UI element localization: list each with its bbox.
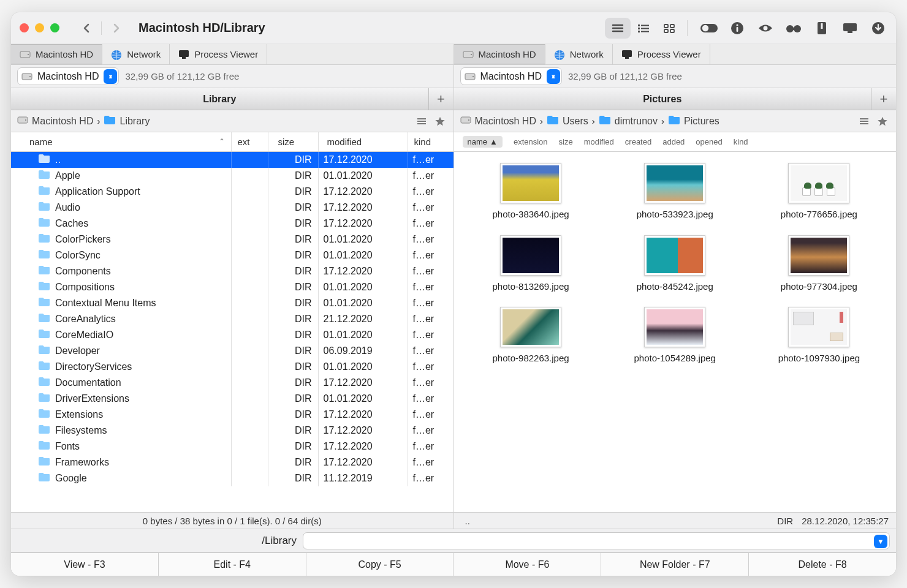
sort-col-size[interactable]: size <box>559 137 573 146</box>
file-row[interactable]: Apple DIR 01.01.2020 f…er <box>11 168 454 184</box>
col-name[interactable]: name⌃ <box>11 132 232 151</box>
file-row[interactable]: Documentation DIR 17.12.2020 f…er <box>11 375 454 391</box>
view-list-button[interactable] <box>605 18 631 39</box>
nav-back-button[interactable] <box>75 18 97 39</box>
sort-col-opened[interactable]: opened <box>696 137 722 146</box>
file-row[interactable]: Application Support DIR 17.12.2020 f…er <box>11 184 454 200</box>
thumbnail-item[interactable]: photo-813269.jpeg <box>459 235 603 293</box>
file-row[interactable]: Extensions DIR 17.12.2020 f…er <box>11 407 454 423</box>
info-button[interactable] <box>728 19 746 37</box>
breadcrumb-item[interactable]: Macintosh HD <box>460 115 536 127</box>
sort-col-modified[interactable]: modified <box>584 137 614 146</box>
preview-button[interactable] <box>756 19 775 37</box>
breadcrumb-item[interactable]: Library <box>104 115 150 127</box>
breadcrumb-item[interactable]: Macintosh HD <box>17 115 93 127</box>
edit-button[interactable]: Edit - F4 <box>159 553 306 576</box>
zoom-button[interactable] <box>50 23 59 32</box>
file-row[interactable]: Google DIR 11.12.2019 f…er <box>11 470 454 486</box>
file-row[interactable]: CoreAnalytics DIR 21.12.2020 f…er <box>11 311 454 327</box>
sort-col-name[interactable]: name▲ <box>463 136 503 148</box>
thumbnail-item[interactable]: photo-982263.jpeg <box>459 307 603 364</box>
thumbnail <box>500 163 561 203</box>
path-input[interactable]: ▼ <box>303 532 890 549</box>
file-row[interactable]: DriverExtensions DIR 01.01.2020 f…er <box>11 391 454 407</box>
file-row[interactable]: ColorSync DIR 01.01.2020 f…er <box>11 247 454 263</box>
copy-button[interactable]: Copy - F5 <box>306 553 454 576</box>
left-new-tab-button[interactable]: + <box>429 88 454 110</box>
right-folder-title[interactable]: Pictures <box>454 88 872 110</box>
window-title: Macintosh HD/Library <box>139 21 265 35</box>
left-volume-selector[interactable]: Macintosh HD ▲▼ <box>17 67 119 85</box>
col-size[interactable]: size <box>268 132 319 151</box>
pane-tab[interactable]: Process Viewer <box>613 44 710 64</box>
right-status-time: 28.12.2020, 12:35:27 <box>802 516 889 526</box>
view-button[interactable]: View - F3 <box>11 553 159 576</box>
file-row[interactable]: Filesystems DIR 17.12.2020 f…er <box>11 423 454 439</box>
archive-button[interactable] <box>813 19 831 37</box>
file-row[interactable]: Components DIR 17.12.2020 f…er <box>11 263 454 279</box>
pane-tab[interactable]: Process Viewer <box>170 44 267 64</box>
favorite-icon[interactable] <box>875 114 890 129</box>
path-history-button[interactable]: ▼ <box>874 535 887 548</box>
pane-tab[interactable]: Network <box>102 44 170 64</box>
right-new-tab-button[interactable]: + <box>871 88 896 110</box>
thumbnail-item[interactable]: photo-776656.jpeg <box>747 163 891 221</box>
folder-icon <box>38 233 50 246</box>
right-volume-selector[interactable]: Macintosh HD ▲▼ <box>460 67 562 85</box>
thumbnail-item[interactable]: photo-845242.jpeg <box>603 235 747 293</box>
file-modified: 17.12.2020 <box>319 200 408 216</box>
file-name: DirectoryServices <box>55 361 132 372</box>
file-row[interactable]: Contextual Menu Items DIR 01.01.2020 f…e… <box>11 295 454 311</box>
file-row[interactable]: ColorPickers DIR 01.01.2020 f…er <box>11 232 454 247</box>
close-button[interactable] <box>20 23 29 32</box>
left-file-list[interactable]: .. DIR 17.12.2020 f…er Apple DIR 01.01.2… <box>11 152 454 512</box>
new-folder-button[interactable]: New Folder - F7 <box>601 553 749 576</box>
breadcrumb-item[interactable]: Pictures <box>668 115 719 127</box>
file-row[interactable]: Fonts DIR 17.12.2020 f…er <box>11 439 454 454</box>
delete-button[interactable]: Delete - F8 <box>749 553 896 576</box>
list-mode-icon[interactable] <box>414 114 429 129</box>
minimize-button[interactable] <box>35 23 44 32</box>
thumbnail-item[interactable]: photo-533923.jpeg <box>603 163 747 221</box>
file-row[interactable]: Compositions DIR 01.01.2020 f…er <box>11 279 454 295</box>
pane-tab[interactable]: Network <box>545 44 613 64</box>
airdrop-button[interactable] <box>784 19 803 37</box>
view-grid-button[interactable] <box>656 18 682 39</box>
file-kind: f…er <box>408 454 454 470</box>
sort-col-extension[interactable]: extension <box>514 137 548 146</box>
share-button[interactable] <box>841 19 859 37</box>
file-row[interactable]: Audio DIR 17.12.2020 f…er <box>11 200 454 216</box>
sort-col-added[interactable]: added <box>662 137 685 146</box>
left-folder-title[interactable]: Library <box>11 88 429 110</box>
sort-col-kind[interactable]: kind <box>734 137 748 146</box>
thumbnail-item[interactable]: photo-383640.jpeg <box>459 163 603 221</box>
move-button[interactable]: Move - F6 <box>454 553 601 576</box>
file-row[interactable]: CoreMediaIO DIR 01.01.2020 f…er <box>11 327 454 343</box>
favorite-icon[interactable] <box>433 114 447 129</box>
breadcrumb-item[interactable]: dimtrunov <box>599 115 658 127</box>
col-modified[interactable]: modified <box>319 132 408 151</box>
col-kind[interactable]: kind <box>408 132 454 151</box>
thumbnail-item[interactable]: photo-1054289.jpeg <box>603 307 747 364</box>
view-detail-button[interactable] <box>631 18 656 39</box>
download-button[interactable] <box>869 19 887 37</box>
sort-col-created[interactable]: created <box>625 137 651 146</box>
nav-forward-button[interactable] <box>105 18 127 39</box>
right-icon-grid[interactable]: photo-383640.jpegphoto-533923.jpegphoto-… <box>454 152 897 512</box>
folder-icon <box>38 217 50 230</box>
hidden-toggle[interactable] <box>700 19 718 37</box>
svg-point-33 <box>471 54 472 55</box>
breadcrumb-item[interactable]: Users <box>547 115 588 127</box>
file-row[interactable]: DirectoryServices DIR 01.01.2020 f…er <box>11 359 454 375</box>
thumbnail-item[interactable]: photo-977304.jpeg <box>747 235 891 293</box>
thumbnail-item[interactable]: photo-1097930.jpeg <box>747 307 891 364</box>
file-row[interactable]: Frameworks DIR 17.12.2020 f…er <box>11 454 454 470</box>
col-ext[interactable]: ext <box>232 132 268 151</box>
pane-tab[interactable]: Macintosh HD <box>454 44 545 64</box>
pane-tab[interactable]: Macintosh HD <box>11 44 102 64</box>
list-mode-icon[interactable] <box>857 114 871 129</box>
monitor-icon <box>178 50 189 59</box>
file-row[interactable]: .. DIR 17.12.2020 f…er <box>11 152 454 168</box>
file-row[interactable]: Developer DIR 06.09.2019 f…er <box>11 343 454 359</box>
file-row[interactable]: Caches DIR 17.12.2020 f…er <box>11 216 454 232</box>
